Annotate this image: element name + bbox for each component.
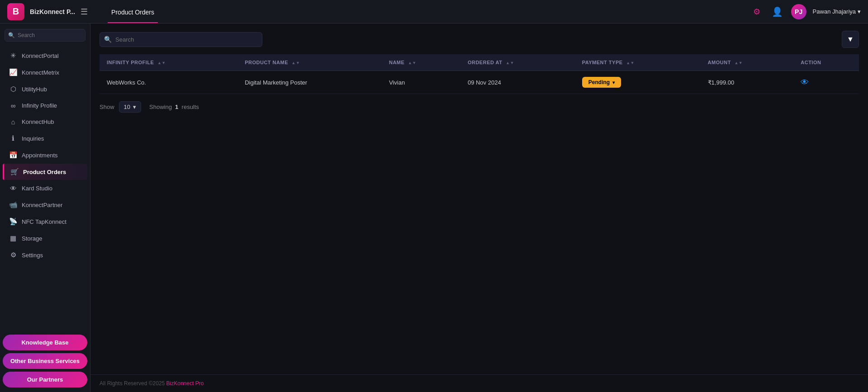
table-search-icon: 🔍 (104, 36, 112, 43)
sidebar-item-label: KonnectPortal (22, 52, 59, 59)
sidebar-nav: ✳ KonnectPortal 📈 KonnectMetrix ⬡ Utilit… (0, 45, 90, 331)
sort-icon: ▲▼ (734, 61, 743, 65)
sort-icon: ▲▼ (506, 61, 514, 65)
other-business-services-button[interactable]: Other Business Services (3, 353, 87, 369)
header-right: ⚙ 👤 PJ Pawan Jhajariya ▾ (749, 4, 861, 19)
results-label: Showing 1 results (149, 104, 199, 110)
filter-button[interactable]: ▼ (842, 31, 859, 48)
settings-icon-btn[interactable]: ⚙ (749, 5, 764, 19)
sidebar-search-input[interactable] (5, 29, 85, 42)
sidebar-item-konnect-partner[interactable]: 📹 KonnectPartner (3, 197, 87, 213)
view-action-button[interactable]: 👁 (801, 78, 809, 87)
sidebar-item-label: KonnectHub (22, 118, 54, 125)
sidebar-item-label: Inquiries (22, 135, 44, 142)
top-header: B BizKonnect P... ☰ Product Orders ⚙ 👤 P… (0, 0, 868, 24)
sidebar-item-konnect-hub[interactable]: ⌂ KonnectHub (3, 114, 87, 130)
sidebar-item-label: NFC TapKonnect (22, 218, 66, 225)
sidebar-item-nfc-tapkonnect[interactable]: 📡 NFC TapKonnect (3, 213, 87, 230)
chevron-down-icon: ▾ (612, 80, 615, 85)
header-nav: Product Orders (100, 0, 744, 23)
sidebar-item-kard-studio[interactable]: 👁 Kard Studio (3, 180, 87, 196)
avatar[interactable]: PJ (791, 4, 806, 19)
sidebar-item-label: Infinity Profile (22, 102, 57, 109)
col-product-name: PRODUCT NAME ▲▼ (237, 54, 382, 71)
sidebar-item-infinity-profile[interactable]: ∞ Infinity Profile (3, 98, 87, 113)
sidebar-item-label: Settings (22, 252, 43, 259)
gear-icon: ⚙ (753, 7, 760, 17)
infinity-icon: ∞ (9, 102, 17, 109)
app-title: BizKonnect P... (30, 8, 75, 15)
sidebar-item-storage[interactable]: ▦ Storage (3, 230, 87, 246)
info-icon: ℹ (9, 134, 17, 142)
main-layout: 🔍 ✳ KonnectPortal 📈 KonnectMetrix ⬡ Util… (0, 24, 868, 392)
sidebar-item-konnect-portal[interactable]: ✳ KonnectPortal (3, 47, 87, 64)
tab-product-orders[interactable]: Product Orders (108, 0, 158, 23)
cell-infinity-profile: WebWorks Co. (100, 71, 237, 94)
cell-payment-type: Pending ▾ (575, 71, 701, 94)
asterisk-icon: ✳ (9, 52, 17, 60)
footer-brand-link[interactable]: BizKonnect Pro (166, 380, 204, 387)
content-body: 🔍 ▼ INFINITY PROFILE ▲▼ PROD (90, 24, 868, 374)
filter-icon: ▼ (847, 35, 854, 43)
sidebar-item-product-orders[interactable]: 🛒 Product Orders (3, 164, 87, 180)
sidebar-bottom: Knowledge Base Other Business Services O… (0, 331, 90, 392)
sort-icon: ▲▼ (626, 61, 635, 65)
sidebar-search-container: 🔍 (0, 24, 90, 45)
sort-icon: ▲▼ (292, 61, 300, 65)
sidebar-search-icon: 🔍 (8, 32, 15, 38)
col-payment-type: PAYMENT TYPE ▲▼ (575, 54, 701, 71)
table-row: WebWorks Co. Digital Marketing Poster Vi… (100, 71, 859, 94)
sidebar-item-label: KonnectPartner (22, 202, 62, 208)
col-action: ACTION (793, 54, 859, 71)
product-orders-table: INFINITY PROFILE ▲▼ PRODUCT NAME ▲▼ NAME… (100, 54, 859, 94)
cart-icon: 🛒 (10, 168, 19, 176)
show-label: Show (100, 104, 114, 110)
payment-status-badge[interactable]: Pending ▾ (582, 77, 621, 88)
sidebar-item-appointments[interactable]: 📅 Appointments (3, 147, 87, 163)
page-footer: All Rights Reserved ©2025 BizKonnect Pro (90, 374, 868, 392)
table-search-input[interactable] (100, 32, 262, 47)
sidebar-item-inquiries[interactable]: ℹ Inquiries (3, 130, 87, 146)
table-footer: Show 10 ▾ Showing 1 results (100, 101, 859, 113)
eye-icon: 👁 (9, 184, 17, 192)
sidebar-item-konnect-metrix[interactable]: 📈 KonnectMetrix (3, 64, 87, 80)
home-icon: ⌂ (9, 118, 17, 126)
sidebar-item-utility-hub[interactable]: ⬡ UtilityHub (3, 81, 87, 97)
cell-action: 👁 (793, 71, 859, 94)
chevron-down-icon: ▾ (858, 8, 861, 15)
col-infinity-profile: INFINITY PROFILE ▲▼ (100, 54, 237, 71)
cell-product-name: Digital Marketing Poster (237, 71, 382, 94)
table-header-row: INFINITY PROFILE ▲▼ PRODUCT NAME ▲▼ NAME… (100, 54, 859, 71)
person-icon: 👤 (772, 6, 783, 17)
show-count-select[interactable]: 10 ▾ (119, 101, 141, 113)
user-name-display[interactable]: Pawan Jhajariya ▾ (813, 8, 861, 15)
sidebar-item-label: Appointments (22, 152, 58, 159)
sidebar-item-label: Kard Studio (22, 185, 52, 192)
col-amount: AMOUNT ▲▼ (701, 54, 794, 71)
our-partners-button[interactable]: Our Partners (3, 372, 87, 387)
content-area: 🔍 ▼ INFINITY PROFILE ▲▼ PROD (90, 24, 868, 392)
settings-icon: ⚙ (9, 251, 17, 259)
table-search-bar: 🔍 ▼ (100, 31, 859, 48)
storage-icon: ▦ (9, 234, 17, 242)
chart-icon: 📈 (9, 68, 17, 76)
cell-amount: ₹1,999.00 (701, 71, 794, 94)
calendar-icon: 📅 (9, 151, 17, 159)
chevron-down-icon: ▾ (133, 104, 136, 110)
col-name: NAME ▲▼ (382, 54, 460, 71)
sort-icon: ▲▼ (157, 61, 166, 65)
sidebar: 🔍 ✳ KonnectPortal 📈 KonnectMetrix ⬡ Util… (0, 24, 90, 392)
sidebar-item-label: UtilityHub (22, 86, 47, 93)
sort-icon: ▲▼ (408, 61, 417, 65)
knowledge-base-button[interactable]: Knowledge Base (3, 335, 87, 350)
user-icon-btn[interactable]: 👤 (770, 5, 785, 19)
hexagon-icon: ⬡ (9, 85, 17, 93)
video-icon: 📹 (9, 201, 17, 209)
table-search-wrapper: 🔍 (100, 32, 262, 47)
nfc-icon: 📡 (9, 217, 17, 226)
sidebar-item-settings[interactable]: ⚙ Settings (3, 247, 87, 263)
hamburger-icon[interactable]: ☰ (81, 7, 88, 17)
sidebar-item-label: KonnectMetrix (22, 69, 59, 76)
cell-ordered-at: 09 Nov 2024 (460, 71, 575, 94)
sidebar-item-label: Product Orders (23, 169, 66, 175)
